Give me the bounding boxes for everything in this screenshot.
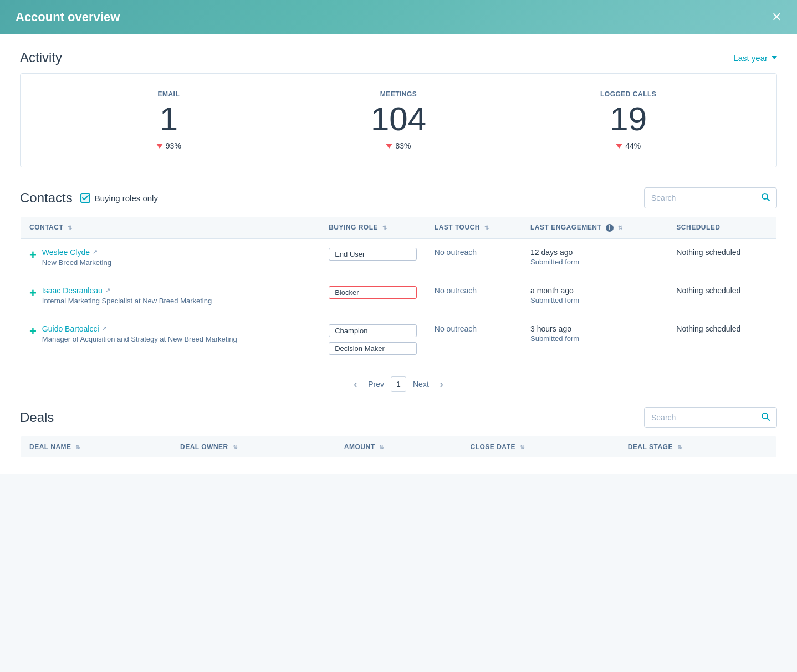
sort-icon[interactable]: ⇅ xyxy=(677,444,682,450)
svg-line-3 xyxy=(767,418,769,420)
role-badge[interactable]: Champion xyxy=(329,324,417,337)
table-row: + Guido Bartoalcci ↗ Manager of Acquisit… xyxy=(21,315,777,366)
buying-role-cell: End User xyxy=(320,238,426,277)
contact-name[interactable]: Guido Bartoalcci ↗ xyxy=(42,324,237,333)
buying-role-cell: Blocker xyxy=(320,277,426,315)
contacts-search-input[interactable] xyxy=(651,194,761,202)
activity-stat-calls: LOGGED CALLS 19 44% xyxy=(513,90,743,150)
sort-icon[interactable]: ⇅ xyxy=(233,444,238,450)
col-amount: AMOUNT ⇅ xyxy=(335,436,462,457)
sort-icon[interactable]: ⇅ xyxy=(379,444,384,450)
deals-title: Deals xyxy=(20,410,54,425)
contacts-search-button[interactable] xyxy=(761,192,770,203)
trend-down-icon xyxy=(156,144,163,149)
pagination-next-label: Next xyxy=(413,380,429,389)
contacts-left: Contacts Buying roles only xyxy=(20,190,158,206)
role-badge[interactable]: Decision Maker xyxy=(329,342,417,355)
trend-down-icon xyxy=(386,144,392,149)
calls-value: 19 xyxy=(513,103,743,136)
contact-cell: + Isaac Desranleau ↗ Internal Marketing … xyxy=(21,277,320,315)
main-content: Activity Last year EMAIL 1 93% MEETINGS … xyxy=(0,34,797,474)
sort-icon[interactable]: ⇅ xyxy=(618,225,623,231)
activity-stat-meetings: MEETINGS 104 83% xyxy=(284,90,514,150)
deals-table-header-row: DEAL NAME ⇅ DEAL OWNER ⇅ AMOUNT ⇅ CLOSE … xyxy=(21,436,777,457)
external-link-icon[interactable]: ↗ xyxy=(93,248,98,256)
contact-name[interactable]: Weslee Clyde ↗ xyxy=(42,248,111,257)
deals-search-box[interactable] xyxy=(644,407,777,428)
last-touch-cell: No outreach xyxy=(426,315,522,366)
pagination-prev-button[interactable]: ‹ xyxy=(349,376,361,393)
contact-cell: + Guido Bartoalcci ↗ Manager of Acquisit… xyxy=(21,315,320,366)
activity-stat-email: EMAIL 1 93% xyxy=(54,90,284,150)
last-touch-cell: No outreach xyxy=(426,238,522,277)
close-button[interactable]: ✕ xyxy=(772,11,781,23)
deals-search-button[interactable] xyxy=(761,412,770,423)
col-deal-stage: DEAL STAGE ⇅ xyxy=(619,436,777,457)
last-touch-cell: No outreach xyxy=(426,277,522,315)
sort-icon[interactable]: ⇅ xyxy=(520,444,525,450)
external-link-icon[interactable]: ↗ xyxy=(102,325,107,332)
sort-icon[interactable]: ⇅ xyxy=(75,444,80,450)
last-engagement-cell: a month ago Submitted form xyxy=(522,277,667,315)
buying-roles-checkbox[interactable]: Buying roles only xyxy=(80,193,158,203)
sort-icon[interactable]: ⇅ xyxy=(382,225,387,231)
last-engagement-cell: 12 days ago Submitted form xyxy=(522,238,667,277)
contact-company: Manager of Acquisition and Strategy at N… xyxy=(42,334,237,344)
info-icon[interactable]: i xyxy=(606,224,614,232)
deals-table: DEAL NAME ⇅ DEAL OWNER ⇅ AMOUNT ⇅ CLOSE … xyxy=(20,436,777,458)
col-deal-owner: DEAL OWNER ⇅ xyxy=(171,436,335,457)
external-link-icon[interactable]: ↗ xyxy=(105,287,110,294)
calls-label: LOGGED CALLS xyxy=(513,90,743,98)
contacts-title: Contacts xyxy=(20,190,73,206)
modal-header: Account overview ✕ xyxy=(0,0,797,34)
table-row: + Weslee Clyde ↗ New Breed Marketing End… xyxy=(21,238,777,277)
sort-icon[interactable]: ⇅ xyxy=(484,225,489,231)
deals-section-header: Deals xyxy=(20,407,777,428)
trend-down-icon xyxy=(616,144,622,149)
checkbox-icon xyxy=(80,193,90,203)
col-buying-role: BUYING ROLE ⇅ xyxy=(320,217,426,239)
deals-search-input[interactable] xyxy=(651,413,761,422)
col-close-date: CLOSE DATE ⇅ xyxy=(462,436,619,457)
scheduled-cell: Nothing scheduled xyxy=(667,315,776,366)
chevron-down-icon xyxy=(772,56,777,59)
buying-roles-label: Buying roles only xyxy=(95,194,158,203)
last-engagement-cell: 3 hours ago Submitted form xyxy=(522,315,667,366)
role-badge[interactable]: Blocker xyxy=(329,286,417,299)
scheduled-cell: Nothing scheduled xyxy=(667,238,776,277)
modal-title: Account overview xyxy=(16,10,120,24)
email-label: EMAIL xyxy=(54,90,284,98)
table-row: + Isaac Desranleau ↗ Internal Marketing … xyxy=(21,277,777,315)
contact-name[interactable]: Isaac Desranleau ↗ xyxy=(42,286,212,295)
contacts-pagination: ‹ Prev 1 Next › xyxy=(20,366,777,403)
svg-line-1 xyxy=(767,198,769,201)
contacts-section-header: Contacts Buying roles only xyxy=(20,187,777,208)
add-contact-icon[interactable]: + xyxy=(29,249,37,261)
activity-title: Activity xyxy=(20,50,62,65)
meetings-label: MEETINGS xyxy=(284,90,514,98)
contact-cell: + Weslee Clyde ↗ New Breed Marketing xyxy=(21,238,320,277)
contacts-search-box[interactable] xyxy=(644,187,777,208)
meetings-change: 83% xyxy=(284,141,514,150)
add-contact-icon[interactable]: + xyxy=(29,325,37,338)
col-scheduled: SCHEDULED xyxy=(667,217,776,239)
contact-company: New Breed Marketing xyxy=(42,258,111,268)
buying-role-cell: ChampionDecision Maker xyxy=(320,315,426,366)
period-dropdown[interactable]: Last year xyxy=(733,53,777,63)
pagination-next-button[interactable]: › xyxy=(436,376,448,393)
deals-section: Deals DEAL NAME ⇅ DEAL OWNER ⇅ AMOUNT ⇅ xyxy=(20,407,777,458)
add-contact-icon[interactable]: + xyxy=(29,287,37,299)
activity-card: EMAIL 1 93% MEETINGS 104 83% LOGGED CALL… xyxy=(20,73,777,167)
role-badge[interactable]: End User xyxy=(329,248,417,261)
email-value: 1 xyxy=(54,103,284,136)
contacts-table-header-row: CONTACT ⇅ BUYING ROLE ⇅ LAST TOUCH ⇅ LAS… xyxy=(21,217,777,239)
email-change: 93% xyxy=(54,141,284,150)
col-last-touch: LAST TOUCH ⇅ xyxy=(426,217,522,239)
activity-section-header: Activity Last year xyxy=(20,50,777,65)
calls-change: 44% xyxy=(513,141,743,150)
pagination-prev-label: Prev xyxy=(368,380,384,389)
sort-icon[interactable]: ⇅ xyxy=(68,225,73,231)
pagination-current-page[interactable]: 1 xyxy=(391,376,406,392)
scheduled-cell: Nothing scheduled xyxy=(667,277,776,315)
contacts-table: CONTACT ⇅ BUYING ROLE ⇅ LAST TOUCH ⇅ LAS… xyxy=(20,216,777,366)
